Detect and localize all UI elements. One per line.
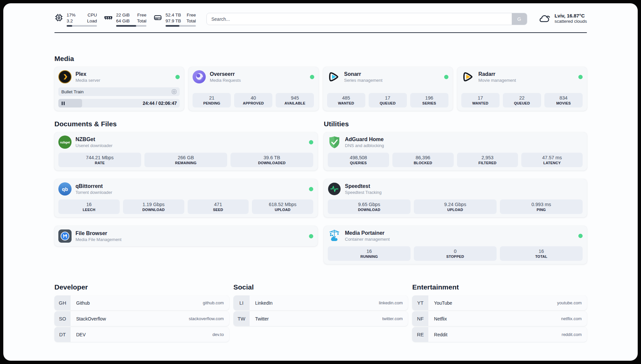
status-dot [310,75,314,79]
bookmark-youtube[interactable]: YT YouTube youtube.com [412,295,587,310]
service-card-nzbget[interactable]: nzbget NZBGet Usenet downloader 744.21 M… [54,132,318,170]
memory-progress-fill [116,25,136,27]
bookmark-domain: stackoverflow.com [189,316,224,321]
service-description: Media Requests [210,78,306,83]
service-description: Media File Management [76,237,305,242]
service-card-speedtest[interactable]: Speedtest Speedtest Tracking 9.65 Gbps D… [324,179,587,217]
speedtest-icon [328,182,341,196]
bookmark-github[interactable]: GH Github github.com [54,295,229,310]
service-name: Plex [76,71,171,77]
stat-filtered: 2,953 FILTERED [457,153,518,167]
weather-condition: scattered clouds [555,19,587,24]
stat-stopped: 0 STOPPED [414,246,497,261]
scattered-clouds-icon [538,13,551,24]
cpu-chip-icon [54,13,63,22]
media-cards-row: Plex Media server Bullet Train 24:44 / 0… [54,67,587,111]
service-card-overseerr[interactable]: Overseerr Media Requests 21 PENDING 40 A… [189,67,318,111]
nzbget-icon: nzbget [58,136,72,149]
service-name: Radarr [478,71,574,77]
bookmark-domain: netflix.com [561,316,582,321]
bookmark-name: YouTube [434,300,452,306]
service-card-sonarr[interactable]: Sonarr Series management 485 WANTED 17 Q… [323,67,453,111]
service-name: AdGuard Home [345,136,583,142]
bookmark-reddit[interactable]: RE Reddit reddit.com [412,327,587,342]
service-name: Overseerr [210,71,306,77]
bookmark-netflix[interactable]: NF Netflix netflix.com [412,311,587,326]
bookmark-name: StackOverflow [76,316,106,321]
status-dot [175,75,180,79]
stat-wanted: 17 WANTED [461,93,500,107]
google-search-button[interactable]: G [512,13,527,25]
memory-values: 22 GiB64 GiB [116,12,130,24]
memory-labels: FreeTotal [137,12,146,24]
stat-series: 196 SERIES [410,93,448,107]
bookmark-stackoverflow[interactable]: SO StackOverflow stackoverflow.com [54,311,229,326]
cpu-progress-track [67,25,97,27]
section-title-documents: Documents & Files [54,120,318,128]
service-card-portainer[interactable]: Media Portainer Container management 16 … [324,226,587,264]
sonarr-icon [327,70,340,83]
service-card-filebrowser[interactable]: File Browser Media File Management [54,226,318,246]
disk-widget: 52.4 TB97.9 TB FreeTotal [153,12,196,27]
plex-icon [58,70,72,83]
dashboard-surface: 17%3.2 CPULoad [3,3,638,361]
disk-labels: FreeTotal [186,12,196,24]
disk-drive-icon [153,13,162,22]
playback-time: 24:44 / 02:06:47 [143,101,177,106]
cpu-labels: CPULoad [87,12,97,24]
memory-progress-track [116,25,146,27]
stat-upload: 618.52 Mbps UPLOAD [252,199,313,214]
service-name: Speedtest [345,183,583,189]
bookmark-abbr: RE [412,327,428,342]
section-title-developer: Developer [54,283,229,291]
service-description: Torrent downloader [76,190,305,195]
bookmark-twitter[interactable]: TW Twitter twitter.com [233,311,408,326]
header-divider [54,32,587,33]
stat-approved: 40 APPROVED [234,93,272,107]
status-dot [578,234,583,238]
stat-movies: 834 MOVIES [544,93,583,107]
stat-ping: 0.993 ms PING [500,199,583,214]
service-card-plex[interactable]: Plex Media server Bullet Train 24:44 / 0… [54,67,184,111]
service-description: Container management [345,237,574,242]
bookmark-name: Github [76,300,90,306]
stat-seed: 471 SEED [188,199,249,214]
cpu-progress-fill [67,25,72,27]
search-input[interactable] [206,13,527,25]
search-bar: G [206,13,527,25]
service-card-qbittorrent[interactable]: qb qBittorrent Torrent downloader 16 LEE… [54,179,318,217]
stat-queued: 22 QUEUED [503,93,541,107]
stat-upload: 9.24 Gbps UPLOAD [414,199,497,214]
stat-available: 945 AVAILABLE [276,93,314,107]
bookmark-linkedin[interactable]: LI LinkedIn linkedin.com [233,295,408,310]
view-session-icon [171,89,177,94]
section-title-media: Media [54,55,587,63]
bookmark-domain: dev.to [212,332,224,337]
disk-values: 52.4 TB97.9 TB [166,12,181,24]
weather-location-temp: Lviv, 16.87°C [555,13,587,18]
bookmark-dev[interactable]: DT DEV dev.to [54,327,229,342]
service-description: DNS and adblocking [345,143,583,148]
filebrowser-icon [58,229,72,243]
bookmark-name: Netflix [434,316,447,321]
stat-latency: 47.57 ms LATENCY [521,153,583,167]
bookmark-name: LinkedIn [255,300,273,306]
service-name: File Browser [76,230,305,236]
top-bar: 17%3.2 CPULoad [54,12,587,27]
documents-column: Documents & Files nzbget NZBGet Usenet d… [54,120,318,264]
stat-remaining: 266 GB REMAINING [144,153,227,167]
bookmark-domain: github.com [203,300,224,305]
service-description: Series management [344,78,440,83]
stat-pending: 21 PENDING [193,93,231,107]
service-description: Movie management [478,78,574,83]
service-card-radarr[interactable]: Radarr Movie management 17 WANTED 22 QUE… [457,67,587,111]
weather-widget: Lviv, 16.87°C scattered clouds [538,13,587,24]
developer-bookmarks-column: Developer GH Github github.com SO StackO… [54,283,229,342]
status-dot [444,75,448,79]
qbittorrent-icon: qb [58,182,72,196]
service-card-adguard[interactable]: AdGuard Home DNS and adblocking 498,508 … [324,132,587,170]
stat-leech: 16 LEECH [58,199,120,214]
bookmark-abbr: GH [54,295,71,310]
pause-icon [62,102,65,105]
bookmark-abbr: TW [233,311,250,326]
